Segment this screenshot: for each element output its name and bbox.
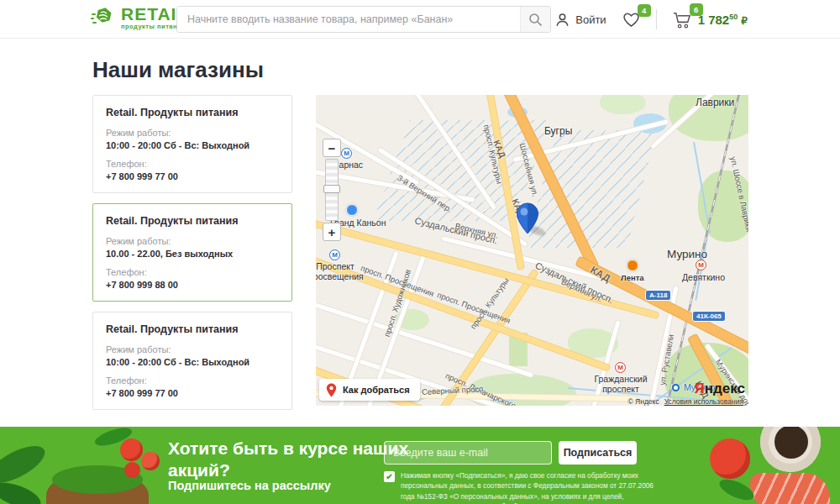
yandex-map[interactable]: Лаврики Бугры Мурино М Парнас Гранд Кань… bbox=[316, 95, 748, 406]
copyright-label: © Яндекс bbox=[627, 397, 659, 406]
phone-value: +7 800 999 88 00 bbox=[106, 280, 279, 290]
tomato-decoration bbox=[141, 452, 160, 470]
page-title: Наши магазины bbox=[92, 57, 840, 83]
consent-row: ✔ Нажимая кнопку «Подписаться», я даю св… bbox=[384, 470, 664, 504]
store-placemark-icon[interactable] bbox=[516, 202, 539, 234]
hours-label: Режим работы: bbox=[106, 128, 279, 138]
mall-icon bbox=[346, 204, 358, 216]
logo[interactable]: RETAIL продукты питания bbox=[91, 5, 188, 30]
metro-icon: М bbox=[341, 148, 352, 159]
header-actions: Войти 4 6 1 78250 ₽ bbox=[554, 0, 748, 39]
footer-subheading: Подпишитесь на рассылку bbox=[168, 479, 331, 492]
salmon-decoration bbox=[750, 473, 830, 504]
phone-label: Телефон: bbox=[106, 375, 279, 386]
tomato-decoration bbox=[124, 462, 140, 478]
email-input[interactable] bbox=[384, 441, 552, 465]
subscribe-footer: Хотите быть в курсе наших акций? Подпиши… bbox=[0, 427, 840, 504]
store-card-selected[interactable]: Retail. Продукты питания Режим работы: 1… bbox=[92, 203, 292, 302]
store-name: Retail. Продукты питания bbox=[106, 107, 279, 118]
metro-icon: М bbox=[329, 249, 340, 260]
map-fields bbox=[527, 130, 657, 248]
tomato-decoration bbox=[710, 438, 750, 479]
route-pin-icon bbox=[326, 383, 337, 397]
cart-button[interactable]: 6 1 78250 ₽ bbox=[672, 10, 748, 29]
user-icon bbox=[554, 12, 570, 28]
terms-of-use-link[interactable]: Условия использования bbox=[664, 397, 743, 406]
road-number-badge: А-118 bbox=[645, 290, 671, 301]
subscribe-button[interactable]: Подписаться bbox=[559, 441, 637, 465]
stores-section: Retail. Продукты питания Режим работы: 1… bbox=[92, 95, 840, 410]
metro-station-label: Девяткино bbox=[682, 272, 725, 282]
phone-value: +7 800 999 77 00 bbox=[106, 171, 279, 181]
map-town-label: Лаврики bbox=[696, 97, 734, 108]
tomato-decoration bbox=[120, 438, 143, 461]
store-card[interactable]: Retail. Продукты питания Режим работы: 1… bbox=[92, 95, 292, 193]
hours-value: 10:00 - 20:00 Сб - Вс: Выходной bbox=[106, 357, 279, 367]
metro-station-label: Гражданский проспект bbox=[586, 374, 655, 394]
logo-leaf-icon bbox=[91, 5, 116, 30]
search-input[interactable] bbox=[177, 7, 520, 32]
header-divider bbox=[656, 9, 657, 29]
zoom-slider-handle[interactable] bbox=[323, 185, 340, 193]
favorites-count-badge: 4 bbox=[638, 4, 651, 17]
favorites-button[interactable]: 4 bbox=[622, 11, 641, 29]
store-name: Retail. Продукты питания bbox=[106, 323, 279, 335]
search-icon bbox=[528, 13, 543, 27]
hours-label: Режим работы: bbox=[106, 236, 279, 246]
lenta-store-icon bbox=[627, 260, 638, 271]
consent-text: Нажимая кнопку «Подписаться», я даю свое… bbox=[401, 470, 664, 504]
cart-total: 1 78250 ₽ bbox=[698, 13, 748, 27]
zoom-slider-track[interactable] bbox=[325, 159, 339, 221]
hours-value: 10:00 - 20:00 Сб - Вс: Выходной bbox=[106, 140, 279, 150]
hours-label: Режим работы: bbox=[106, 344, 279, 354]
phone-value: +7 800 999 77 00 bbox=[106, 388, 279, 398]
map-green-area bbox=[600, 95, 646, 114]
hours-value: 10.00 - 22.00, Без выходных bbox=[106, 249, 279, 259]
login-button[interactable]: Войти bbox=[554, 12, 606, 28]
route-button[interactable]: Как добраться bbox=[319, 379, 420, 401]
search-bar bbox=[176, 6, 551, 33]
zoom-in-button[interactable]: + bbox=[323, 223, 341, 241]
map-town-label: Мурино bbox=[667, 248, 707, 260]
top-bar: RETAIL продукты питания Войти 4 bbox=[0, 0, 840, 39]
metro-icon: М bbox=[615, 362, 626, 373]
store-name: Retail. Продукты питания bbox=[106, 215, 279, 227]
search-button[interactable] bbox=[520, 7, 550, 32]
phone-label: Телефон: bbox=[106, 159, 279, 169]
map-town-label: Бугры bbox=[544, 125, 572, 137]
login-label: Войти bbox=[575, 13, 606, 26]
phone-label: Телефон: bbox=[106, 267, 279, 277]
store-list: Retail. Продукты питания Режим работы: 1… bbox=[92, 95, 292, 410]
zoom-out-button[interactable]: − bbox=[323, 139, 341, 157]
store-card[interactable]: Retail. Продукты питания Режим работы: 1… bbox=[92, 312, 292, 410]
metro-icon: М bbox=[696, 260, 706, 270]
cart-count-badge: 6 bbox=[690, 3, 703, 16]
road-number-badge: 41К-065 bbox=[692, 311, 726, 322]
cart-icon: 6 bbox=[672, 10, 693, 29]
map-attribution: © ЯндексУсловия использования bbox=[627, 397, 743, 406]
route-button-label: Как добраться bbox=[343, 385, 410, 395]
lenta-store-label: Лента bbox=[621, 273, 644, 282]
yandex-logo[interactable]: Яндекс bbox=[695, 381, 745, 397]
consent-checkbox[interactable]: ✔ bbox=[384, 471, 395, 482]
map-zoom-control: − + bbox=[323, 139, 341, 241]
rail-station-icon bbox=[672, 384, 680, 391]
